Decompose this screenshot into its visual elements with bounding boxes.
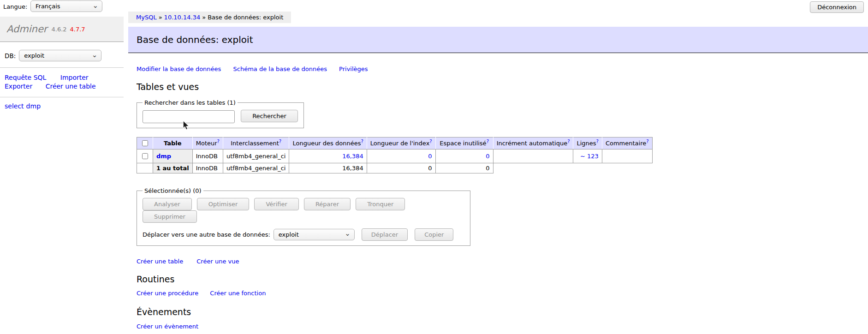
help-icon[interactable]: ? (279, 138, 281, 143)
events-links-row: Créer un évènement (137, 323, 868, 330)
search-legend: Rechercher dans les tables (1) (143, 99, 238, 106)
breadcrumb-current: Base de données: exploit (208, 14, 283, 21)
cell-collation: utf8mb4_general_ci (223, 149, 289, 163)
search-fieldset: Rechercher dans les tables (1) Recherche… (137, 99, 304, 128)
move-label: Déplacer vers une autre base de données: (143, 231, 270, 238)
main-content: MySQL»10.10.14.34»Base de données: explo… (128, 12, 868, 330)
app-logo-link[interactable]: Adminer (6, 24, 47, 35)
breadcrumb-server-link[interactable]: MySQL (136, 14, 157, 21)
table-link[interactable]: dmp (156, 153, 171, 160)
new-version-link[interactable]: 4.7.7 (70, 26, 85, 33)
mouse-cursor-icon (182, 120, 190, 131)
create-function-link[interactable]: Créer une fonction (210, 290, 266, 297)
app-version: 4.6.2 (51, 26, 66, 33)
move-row: Déplacer vers une autre base de données:… (143, 228, 464, 241)
create-links-row: Créer une table Créer une vue (137, 258, 868, 265)
create-view-link[interactable]: Créer une vue (196, 258, 239, 265)
select-all-checkbox[interactable] (142, 140, 148, 146)
header-checkbox-cell (137, 137, 153, 149)
sidebar-item-import[interactable]: Importer (60, 74, 89, 81)
help-icon[interactable]: ? (567, 138, 570, 143)
privileges-link[interactable]: Privilèges (339, 66, 368, 72)
column-header-index-length: Longueur de l'index? (367, 137, 435, 149)
cell-auto-increment (493, 149, 573, 163)
selected-legend: Sélectionnée(s) (0) (143, 187, 203, 194)
total-engine: InnoDB (192, 163, 223, 173)
move-button[interactable]: Déplacer (362, 228, 408, 241)
check-button[interactable]: Vérifier (254, 198, 298, 210)
column-header-data-free: Espace inutilisé? (435, 137, 493, 149)
create-table-link[interactable]: Créer une table (137, 258, 183, 265)
adminer-page: Langue: Français ⌄ Déconnexion Adminer 4… (0, 0, 868, 334)
events-heading: Évènements (137, 307, 868, 317)
total-data-free: 0 (435, 163, 493, 173)
truncate-button[interactable]: Tronquer (356, 198, 405, 210)
column-header-collation: Interclassement? (223, 137, 289, 149)
repair-button[interactable]: Réparer (304, 198, 351, 210)
rows-count-link[interactable]: ~ 123 (580, 153, 599, 160)
column-header-engine: Moteur? (192, 137, 223, 149)
db-select-wrap: exploit ⌄ (19, 50, 101, 61)
breadcrumb: MySQL»10.10.14.34»Base de données: explo… (128, 12, 291, 23)
data-length-link[interactable]: 16,384 (342, 153, 363, 160)
table-structure-link[interactable]: dmp (26, 102, 41, 110)
alter-database-link[interactable]: Modifier la base de données (137, 66, 221, 72)
total-data-length: 16,384 (289, 163, 367, 173)
column-header-table: Table (153, 137, 193, 149)
create-procedure-link[interactable]: Créer une procédure (137, 290, 198, 297)
sidebar-item-create-table[interactable]: Créer une table (46, 83, 96, 90)
cell-table-name: dmp (153, 149, 193, 163)
page-title: Base de données: exploit (128, 27, 868, 53)
selected-buttons-row: Analyser Optimiser Vérifier Réparer Tron… (143, 198, 464, 223)
optimize-button[interactable]: Optimiser (197, 198, 250, 210)
breadcrumb-host-link[interactable]: 10.10.14.34 (164, 14, 201, 21)
sidebar: Adminer 4.6.2 4.7.7 DB: exploit ⌄ Requêt… (0, 0, 124, 110)
cell-index-length: 0 (367, 149, 435, 163)
database-schema-link[interactable]: Schéma de la base de données (233, 66, 327, 72)
tables-table: Table Moteur? Interclassement? Longueur … (137, 137, 653, 173)
column-header-comment: Commentaire? (602, 137, 652, 149)
index-length-link[interactable]: 0 (428, 153, 432, 160)
cell-data-free: 0 (435, 149, 493, 163)
total-collation: utf8mb4_general_ci (223, 163, 289, 173)
table-select-link[interactable]: select (5, 102, 24, 110)
search-button[interactable]: Rechercher (241, 110, 298, 122)
create-event-link[interactable]: Créer un évènement (137, 323, 198, 330)
sidebar-item-export[interactable]: Exporter (5, 83, 32, 90)
divider (0, 97, 124, 97)
row-checkbox-cell (137, 149, 153, 163)
app-header: Adminer 4.6.2 4.7.7 (0, 17, 124, 42)
analyze-button[interactable]: Analyser (143, 198, 192, 210)
data-free-link[interactable]: 0 (486, 153, 489, 160)
sidebar-table-list: selectdmp (5, 102, 124, 110)
total-empty-cell (137, 163, 153, 173)
db-select[interactable]: exploit (19, 50, 101, 61)
sidebar-item-sql-query[interactable]: Requête SQL (5, 74, 46, 81)
move-db-select[interactable]: exploit (273, 229, 355, 240)
help-icon[interactable]: ? (217, 138, 220, 143)
table-total-row: 1 au total InnoDB utf8mb4_general_ci 16,… (137, 163, 653, 173)
copy-button[interactable]: Copier (415, 228, 453, 241)
divider (0, 67, 124, 68)
row-checkbox[interactable] (142, 153, 148, 159)
cell-rows: ~ 123 (573, 149, 602, 163)
breadcrumb-separator: » (159, 14, 162, 21)
column-header-rows: Lignes? (573, 137, 602, 149)
help-icon[interactable]: ? (487, 138, 489, 143)
routines-links-row: Créer une procédure Créer une fonction (137, 290, 868, 297)
help-icon[interactable]: ? (429, 138, 432, 143)
help-icon[interactable]: ? (596, 138, 599, 143)
drop-button[interactable]: Supprimer (143, 210, 197, 223)
column-header-auto-increment: Incrément automatique? (493, 137, 573, 149)
breadcrumb-separator: » (202, 14, 206, 21)
db-label: DB: (5, 52, 16, 60)
total-label-cell: 1 au total (153, 163, 193, 173)
column-header-data-length: Longueur des données? (289, 137, 367, 149)
tables-heading: Tables et vues (137, 82, 868, 92)
sidebar-menu: Requête SQL Importer Exporter Créer une … (5, 73, 124, 91)
move-db-select-wrap: exploit ⌄ (273, 229, 355, 240)
routines-heading: Routines (137, 274, 868, 284)
help-icon[interactable]: ? (361, 138, 363, 143)
help-icon[interactable]: ? (646, 138, 648, 143)
cell-comment (602, 149, 652, 163)
